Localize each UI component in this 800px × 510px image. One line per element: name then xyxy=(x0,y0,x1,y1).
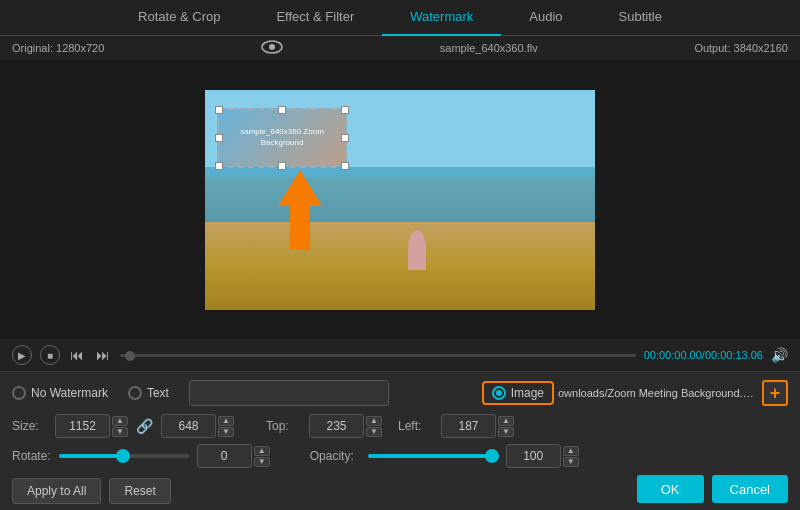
image-path-display: ownloads/Zoom Meeting Background.png xyxy=(558,387,758,399)
resize-handle-bl[interactable] xyxy=(215,162,223,170)
tab-watermark[interactable]: Watermark xyxy=(382,0,501,36)
watermark-content: sample_640x360 Zoom Background xyxy=(219,110,345,166)
add-image-button[interactable]: + xyxy=(762,380,788,406)
stop-icon: ■ xyxy=(47,350,53,361)
opacity-spinner: ▲ ▼ xyxy=(506,444,579,468)
left-label: Left: xyxy=(398,419,433,433)
top-input[interactable] xyxy=(309,414,364,438)
sea-area xyxy=(205,167,595,222)
top-label: Top: xyxy=(266,419,301,433)
volume-icon[interactable]: 🔊 xyxy=(771,347,788,363)
time-display: 00:00:00.00/00:00:13.06 xyxy=(644,349,763,361)
height-arrows: ▲ ▼ xyxy=(218,416,234,437)
size-label: Size: xyxy=(12,419,47,433)
tab-audio[interactable]: Audio xyxy=(501,0,590,36)
time-total: 00:00:13.06 xyxy=(705,349,763,361)
left-input[interactable] xyxy=(441,414,496,438)
reset-button[interactable]: Reset xyxy=(109,478,170,504)
height-down-arrow[interactable]: ▼ xyxy=(218,427,234,437)
rotate-down-arrow[interactable]: ▼ xyxy=(254,457,270,467)
resize-handle-ml[interactable] xyxy=(215,134,223,142)
resize-handle-br[interactable] xyxy=(341,162,349,170)
link-dimensions-icon[interactable]: 🔗 xyxy=(136,418,153,434)
video-canvas: sample_640x360 Zoom Background xyxy=(0,60,800,339)
rotate-opacity-row: Rotate: ▲ ▼ Opacity: ▲ xyxy=(12,444,788,468)
stop-button[interactable]: ■ xyxy=(40,345,60,365)
opacity-slider-fill xyxy=(368,454,498,458)
next-frame-button[interactable]: ⏭ xyxy=(94,347,112,363)
rotate-slider-fill xyxy=(59,454,124,458)
no-watermark-label: No Watermark xyxy=(31,386,108,400)
progress-track[interactable] xyxy=(120,354,636,357)
top-arrows: ▲ ▼ xyxy=(366,416,382,437)
no-watermark-option[interactable]: No Watermark xyxy=(12,386,108,400)
video-frame: sample_640x360 Zoom Background xyxy=(205,90,595,310)
height-up-arrow[interactable]: ▲ xyxy=(218,416,234,426)
left-down-arrow[interactable]: ▼ xyxy=(498,427,514,437)
cancel-button[interactable]: Cancel xyxy=(712,475,788,503)
tab-subtitle[interactable]: Subtitle xyxy=(591,0,690,36)
width-up-arrow[interactable]: ▲ xyxy=(112,416,128,426)
prev-frame-button[interactable]: ⏮ xyxy=(68,347,86,363)
rotate-spinner: ▲ ▼ xyxy=(197,444,270,468)
progress-thumb[interactable] xyxy=(125,351,135,361)
video-info-bar: Original: 1280x720 sample_640x360.flv Ou… xyxy=(0,36,800,60)
resize-handle-tr[interactable] xyxy=(341,106,349,114)
play-button[interactable]: ▶ xyxy=(12,345,32,365)
no-watermark-radio[interactable] xyxy=(12,386,26,400)
image-label: Image xyxy=(511,386,544,400)
image-option-wrapper: Image ownloads/Zoom Meeting Background.p… xyxy=(482,380,788,406)
dialog-actions: OK Cancel xyxy=(637,475,788,503)
resize-handle-mr[interactable] xyxy=(341,134,349,142)
height-input[interactable] xyxy=(161,414,216,438)
original-resolution: Original: 1280x720 xyxy=(12,42,104,54)
size-position-row: Size: ▲ ▼ 🔗 ▲ ▼ Top: ▲ xyxy=(12,414,788,438)
watermark-image-overlay[interactable]: sample_640x360 Zoom Background xyxy=(217,108,347,168)
rotate-slider-thumb[interactable] xyxy=(116,449,130,463)
width-input[interactable] xyxy=(55,414,110,438)
tab-bar: Rotate & Crop Effect & Filter Watermark … xyxy=(0,0,800,36)
opacity-up-arrow[interactable]: ▲ xyxy=(563,446,579,456)
arrow-shaft xyxy=(290,206,310,250)
opacity-input[interactable] xyxy=(506,444,561,468)
rotate-input[interactable] xyxy=(197,444,252,468)
opacity-slider-track[interactable] xyxy=(368,454,498,458)
tab-rotate-crop[interactable]: Rotate & Crop xyxy=(110,0,248,36)
text-radio[interactable] xyxy=(128,386,142,400)
width-arrows: ▲ ▼ xyxy=(112,416,128,437)
ok-button[interactable]: OK xyxy=(637,475,704,503)
image-radio[interactable] xyxy=(492,386,506,400)
top-down-arrow[interactable]: ▼ xyxy=(366,427,382,437)
tab-effect-filter[interactable]: Effect & Filter xyxy=(248,0,382,36)
rotate-slider-track[interactable] xyxy=(59,454,189,458)
rotate-label: Rotate: xyxy=(12,449,51,463)
resize-handle-tl[interactable] xyxy=(215,106,223,114)
person-figure xyxy=(408,230,426,270)
watermark-preview-text: sample_640x360 Zoom Background xyxy=(219,127,345,148)
video-area: Original: 1280x720 sample_640x360.flv Ou… xyxy=(0,36,800,371)
filename: sample_640x360.flv xyxy=(440,42,538,54)
bottom-action-row: Apply to All Reset xyxy=(12,478,171,504)
apply-to-all-button[interactable]: Apply to All xyxy=(12,478,101,504)
time-current: 00:00:00.00 xyxy=(644,349,702,361)
opacity-down-arrow[interactable]: ▼ xyxy=(563,457,579,467)
width-spinner: ▲ ▼ xyxy=(55,414,128,438)
main-content: Original: 1280x720 sample_640x360.flv Ou… xyxy=(0,36,800,510)
opacity-label: Opacity: xyxy=(310,449,360,463)
top-up-arrow[interactable]: ▲ xyxy=(366,416,382,426)
rotate-arrows: ▲ ▼ xyxy=(254,446,270,467)
top-spinner: ▲ ▼ xyxy=(309,414,382,438)
resize-handle-bm[interactable] xyxy=(278,162,286,170)
text-input[interactable] xyxy=(189,380,389,406)
text-option[interactable]: Text xyxy=(128,386,169,400)
svg-point-1 xyxy=(269,44,275,50)
play-icon: ▶ xyxy=(18,350,26,361)
rotate-up-arrow[interactable]: ▲ xyxy=(254,446,270,456)
left-up-arrow[interactable]: ▲ xyxy=(498,416,514,426)
resize-handle-tm[interactable] xyxy=(278,106,286,114)
left-arrows: ▲ ▼ xyxy=(498,416,514,437)
output-resolution: Output: 3840x2160 xyxy=(694,42,788,54)
eye-toggle[interactable] xyxy=(261,40,283,56)
opacity-slider-thumb[interactable] xyxy=(485,449,499,463)
width-down-arrow[interactable]: ▼ xyxy=(112,427,128,437)
